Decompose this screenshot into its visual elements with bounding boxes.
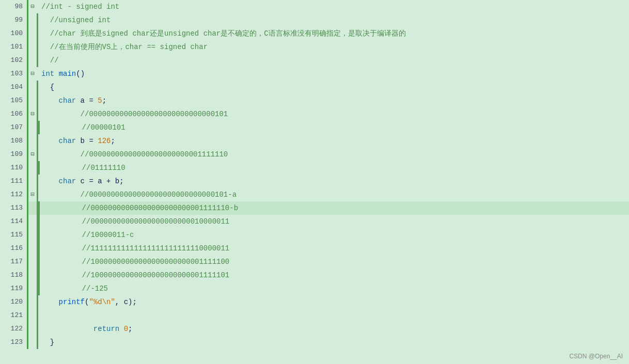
fold-area [28,161,37,175]
fold-minus-icon[interactable]: ⊟ [30,188,34,201]
line-number-text: 102 [11,54,23,67]
line-number: 123 [0,336,28,349]
fold-area [28,255,37,268]
line-number: 98 [0,0,28,13]
fold-minus-icon[interactable]: ⊟ [30,0,34,13]
token-plain: { [41,81,54,94]
fold-area [28,54,37,67]
code-row: 105 char a = 5; [0,94,629,107]
watermark: CSDN @Open__AI [569,353,623,360]
token-plain [119,322,123,336]
token-plain: a = [76,94,98,107]
token-plain: ; [128,322,132,336]
line-number-text: 107 [11,121,23,134]
token-kw: char [59,94,76,107]
code-row: 117 //10000000000000000000000001111100 [0,255,629,268]
line-code: //00000000000000000000000001111110 [38,148,629,161]
line-number-text: 111 [11,175,23,188]
line-number-text: 120 [11,295,23,309]
line-code: //10000000000000000000000001111101 [40,268,629,282]
fold-area: ⊟ [28,67,37,81]
fold-area [28,295,37,309]
token-num: 0 [124,322,128,336]
token-cm: //00000000000000000000000000000101 [59,107,228,121]
line-number-text: 118 [11,268,23,282]
line-code: //11111111111111111111111110000011 [40,242,629,255]
fold-area [28,336,37,349]
line-number-text: 114 [11,215,23,228]
token-plain: ; [102,94,106,107]
line-number: 110 [0,161,28,175]
code-row: 122 return 0; [0,322,629,336]
fold-minus-icon[interactable]: ⊟ [30,107,34,121]
code-row: 99 //unsigned int [0,13,629,27]
code-row: 109⊟ //00000000000000000000000001111110 [0,148,629,161]
line-number: 105 [0,94,28,107]
token-num: 5 [98,94,102,107]
line-number: 114 [0,215,28,228]
token-cm: //在当前使用的VS上，char == signed char [41,40,208,54]
line-number: 99 [0,13,28,27]
fold-area [28,282,37,295]
line-code: //在当前使用的VS上，char == signed char [38,40,629,54]
line-number: 108 [0,134,28,148]
token-kw: return [93,322,119,336]
code-row: 114 //00000000000000000000000010000011 [0,215,629,228]
line-number-text: 121 [11,309,23,322]
line-number-text: 116 [11,242,23,255]
token-cm: //00000000000000000000000001111110 [59,148,228,161]
fold-area [28,40,37,54]
fold-area [28,27,37,40]
line-number-text: 98 [14,0,23,13]
token-plain [59,322,93,336]
line-code: char c = a + b; [38,175,629,188]
token-cm: //11111111111111111111111110000011 [60,242,230,255]
code-editor: 98⊟//int - signed int99 //unsigned int10… [0,0,629,364]
line-number-text: 103 [11,67,23,81]
code-row: 123 } [0,336,629,349]
line-code: //10000000000000000000000001111100 [40,255,629,268]
fold-area [28,121,37,134]
fold-area: ⊟ [28,107,37,121]
line-code: { [38,81,629,94]
fold-area [28,322,37,336]
line-number-text: 100 [11,27,23,40]
fold-minus-icon[interactable]: ⊟ [30,148,34,161]
line-code: //int - signed int [38,0,629,13]
fold-area [28,175,37,188]
line-number: 118 [0,268,28,282]
code-row: 103⊟int main() [0,67,629,81]
code-row: 119 //-125 [0,282,629,295]
fold-minus-icon[interactable]: ⊟ [30,67,34,81]
token-cm: //00000101 [60,121,125,134]
fold-area [28,242,37,255]
line-number: 119 [0,282,28,295]
code-row: 115 //10000011-c [0,228,629,242]
code-row: 118 //10000000000000000000000001111101 [0,268,629,282]
token-plain: () [76,67,85,81]
token-cm: //00000000000000000000000001111110-b [60,201,238,215]
code-row: 110 //01111110 [0,161,629,175]
code-row: 111 char c = a + b; [0,175,629,188]
line-number-text: 112 [11,188,23,201]
code-row: 102 // [0,54,629,67]
fold-area: ⊟ [28,0,37,13]
line-number-text: 119 [11,282,23,295]
line-code: int main() [38,67,629,81]
token-cm: //-125 [60,282,108,295]
token-cm: //00000000000000000000000000000101-a [59,188,237,201]
line-number: 121 [0,309,28,322]
token-cm: // [41,54,59,67]
token-plain [54,67,58,81]
code-row: 113 //00000000000000000000000001111110-b [0,201,629,215]
token-cm: //10000011-c [60,228,134,242]
line-number-text: 115 [11,228,23,242]
line-number: 116 [0,242,28,255]
code-row: 116 //11111111111111111111111110000011 [0,242,629,255]
fold-area [28,215,37,228]
code-row: 120 printf("%d\n", c); [0,295,629,309]
token-plain: ( [85,295,89,309]
line-number-text: 104 [11,81,23,94]
fold-area: ⊟ [28,148,37,161]
line-number: 115 [0,228,28,242]
